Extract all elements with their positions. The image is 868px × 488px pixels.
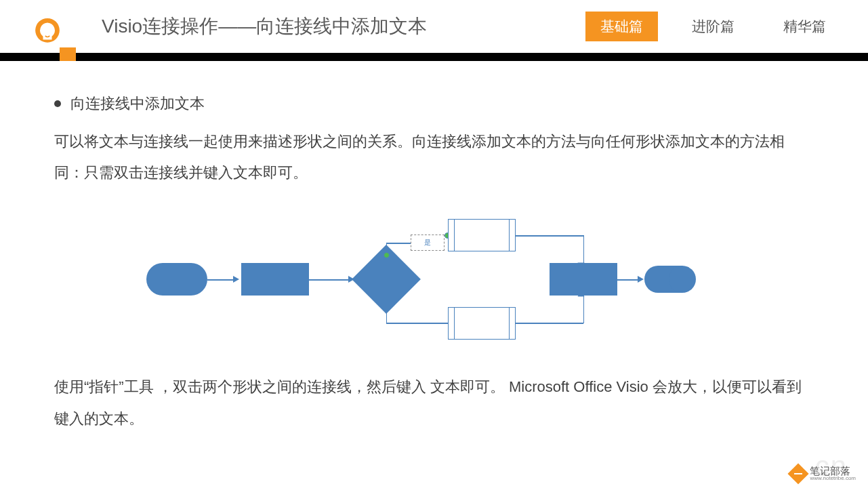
shape-terminator-start — [146, 263, 207, 296]
connector — [386, 323, 448, 324]
bullet-text: 向连接线中添加文本 — [70, 94, 205, 114]
header-divider — [0, 53, 868, 61]
connector — [516, 323, 583, 324]
connector — [516, 235, 583, 237]
lightbulb-icon — [30, 15, 65, 50]
flowchart-diagram: 是 — [146, 209, 722, 351]
arrow-icon — [638, 276, 644, 283]
tab-essence[interactable]: 精华篇 — [768, 12, 841, 41]
shape-subprocess-top — [448, 219, 516, 251]
watermark-title: 笔记部落 — [810, 466, 856, 476]
shape-terminator-end — [644, 266, 682, 293]
connector — [583, 294, 585, 323]
shape-subprocess-bottom — [448, 307, 516, 340]
paragraph-2: 使用“指针”工具 ，双击两个形状之间的连接线，然后键入 文本即可。 Micros… — [54, 371, 814, 434]
watermark-icon — [788, 463, 809, 484]
connector — [207, 279, 234, 281]
text-label-editor[interactable]: 是 — [411, 235, 445, 251]
arrow-icon — [233, 276, 239, 283]
bullet-heading: 向连接线中添加文本 — [54, 94, 814, 114]
page-title: Visio连接操作——向连接线中添加文本 — [95, 14, 585, 39]
tab-advanced[interactable]: 进阶篇 — [677, 12, 749, 41]
header: Visio连接操作——向连接线中添加文本 基础篇 进阶篇 精华篇 — [0, 0, 868, 53]
connector — [309, 279, 350, 281]
content: 向连接线中添加文本 可以将文本与连接线一起使用来描述形状之间的关系。向连接线添加… — [0, 53, 868, 434]
tab-basic[interactable]: 基础篇 — [585, 12, 658, 41]
bulb-base — [60, 47, 76, 61]
tabs: 基础篇 进阶篇 精华篇 — [585, 12, 841, 41]
watermark-url: www.notetribe.com — [810, 476, 856, 481]
bullet-icon — [54, 100, 61, 107]
shape-process — [241, 263, 309, 296]
shape-process-2 — [550, 263, 617, 296]
connection-point-icon — [384, 252, 390, 258]
watermark: 笔记部落 www.notetribe.com — [791, 466, 856, 481]
paragraph-1: 可以将文本与连接线一起使用来描述形状之间的关系。向连接线添加文本的方法与向任何形… — [54, 126, 814, 188]
connector — [617, 279, 639, 281]
bulb-icon-wrap — [0, 3, 95, 50]
connector — [386, 302, 388, 323]
connector — [583, 235, 585, 266]
